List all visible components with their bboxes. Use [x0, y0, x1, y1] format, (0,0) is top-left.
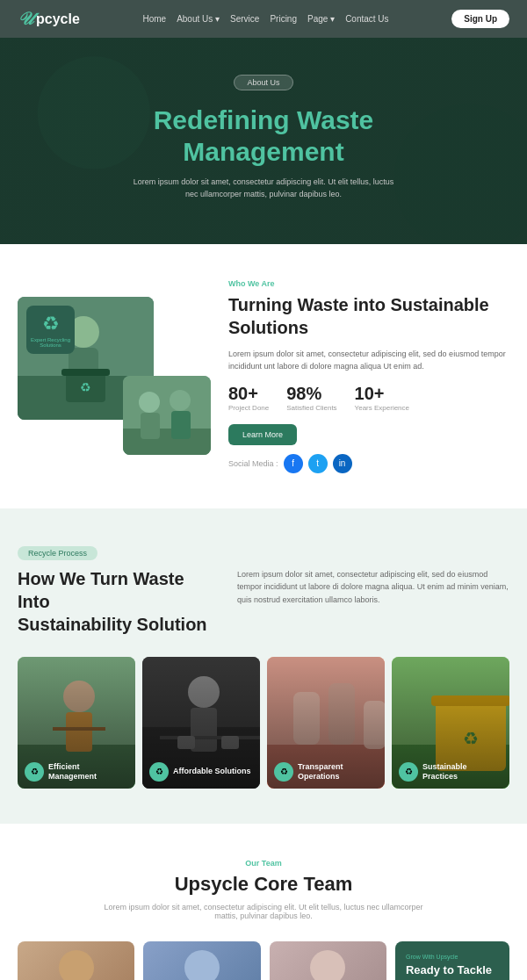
- svg-rect-5: [61, 369, 110, 376]
- team-cta-badge: Grow With Upsycle: [406, 954, 499, 960]
- team-member-1: John Dae IoT Specialist: [18, 941, 134, 980]
- hero-section: About Us Redefining Waste Management Lor…: [0, 38, 527, 244]
- stat-clients-number: 98%: [286, 384, 336, 404]
- process-header: Recycle Process How We Turn Waste Into S…: [18, 544, 509, 636]
- process-card-3[interactable]: ♻ Transparent Operations: [267, 657, 385, 789]
- svg-point-37: [184, 950, 220, 980]
- card-label-2: Affordable Solutions: [173, 767, 251, 776]
- process-card-2[interactable]: ♻ Affordable Solutions: [142, 657, 260, 789]
- card-icon-2: ♻: [149, 762, 169, 782]
- recycle-icon: ♻: [42, 313, 60, 335]
- svg-rect-8: [123, 429, 211, 455]
- signup-button[interactable]: Sign Up: [451, 10, 509, 28]
- stats-row: 80+ Project Done 98% Satisfied Clients 1…: [228, 384, 509, 412]
- nav-home[interactable]: Home: [142, 14, 166, 24]
- team-member-3-photo: [270, 941, 386, 980]
- process-title-line1: How We Turn Waste Into: [18, 569, 184, 611]
- process-card-4[interactable]: ♻ ♻ Sustainable Practices: [392, 657, 509, 789]
- svg-point-11: [170, 390, 191, 411]
- card-label-1: Efficient Management: [48, 762, 128, 782]
- team-member-2-photo: [143, 941, 260, 980]
- card-icon-1: ♻: [25, 762, 44, 782]
- svg-text:♻: ♻: [80, 380, 91, 394]
- social-row: Social Media : f t in: [228, 454, 509, 473]
- svg-rect-12: [171, 411, 191, 439]
- stat-experience: 10+ Years Experience: [355, 384, 409, 412]
- twitter-icon[interactable]: t: [308, 454, 328, 473]
- about-secondary-image: [123, 376, 211, 455]
- team-member-1-photo: [18, 941, 134, 980]
- card-label-row-2: ♻ Affordable Solutions: [149, 762, 251, 782]
- navbar: 𝒰 pcycle Home About Us ▾ Service Pricing…: [0, 0, 527, 38]
- team-header: Our Team Upsycle Core Team Lorem ipsum d…: [18, 859, 509, 920]
- card-bg-4: ♻ ♻ Sustainable Practices: [392, 657, 509, 789]
- team-member-2: John Dae IoT Specialist: [143, 941, 260, 980]
- about-title: Turning Waste into Sustainable Solutions: [228, 293, 509, 339]
- brand-name: pcycle: [36, 11, 80, 27]
- card-icon-3: ♻: [274, 762, 293, 782]
- stat-experience-number: 10+: [355, 384, 409, 404]
- process-title-line2: Sustainability Solution: [18, 615, 207, 634]
- hero-badge: About Us: [234, 75, 292, 90]
- card-label-4: Sustainable Practices: [422, 762, 502, 782]
- team-section: Our Team Upsycle Core Team Lorem ipsum d…: [0, 824, 527, 980]
- card-bg-2: ♻ Affordable Solutions: [142, 657, 260, 789]
- brand-logo[interactable]: 𝒰 pcycle: [18, 9, 80, 29]
- team-title: Upsycle Core Team: [18, 873, 509, 896]
- card-label-row-4: ♻ Sustainable Practices: [399, 762, 502, 782]
- card-icon-4: ♻: [399, 762, 418, 782]
- svg-point-9: [139, 392, 160, 413]
- svg-rect-10: [141, 413, 160, 439]
- process-cards: ♻ Efficient Management: [18, 657, 509, 789]
- process-card-1[interactable]: ♻ Efficient Management: [18, 657, 135, 789]
- nav-service[interactable]: Service: [230, 14, 259, 24]
- stat-projects-number: 80+: [228, 384, 269, 404]
- stat-projects: 80+ Project Done: [228, 384, 269, 412]
- about-content: Who We Are Turning Waste into Sustainabl…: [228, 279, 509, 473]
- stat-clients-label: Satisfied Clients: [286, 404, 336, 412]
- nav-contact[interactable]: Contact Us: [345, 14, 388, 24]
- hero-title-line1: Redefining Waste: [18, 104, 509, 136]
- process-section: Recycle Process How We Turn Waste Into S…: [0, 508, 527, 824]
- about-description: Lorem ipsum dolor sit amet, consectetur …: [228, 348, 509, 373]
- team-cta-title: Ready to Tackle Waste Challenges with Us…: [406, 963, 499, 980]
- process-title-col: Recycle Process How We Turn Waste Into S…: [18, 544, 211, 636]
- about-learn-more-button[interactable]: Learn More: [228, 424, 297, 445]
- social-label: Social Media :: [228, 459, 278, 468]
- card-bg-3: ♻ Transparent Operations: [267, 657, 385, 789]
- nav-links: Home About Us ▾ Service Pricing Page ▾ C…: [142, 14, 388, 24]
- hero-description: Lorem ipsum dolor sit amet, consectetur …: [132, 177, 395, 200]
- stat-projects-label: Project Done: [228, 404, 269, 412]
- team-cards: John Dae IoT Specialist John Dae IoT Spe…: [18, 941, 509, 980]
- stat-experience-label: Years Experience: [355, 404, 409, 412]
- nav-pricing[interactable]: Pricing: [270, 14, 297, 24]
- nav-about[interactable]: About Us ▾: [177, 14, 220, 24]
- process-title: How We Turn Waste Into Sustainability So…: [18, 567, 211, 636]
- team-member-3: John Dae IoT Specialist: [270, 941, 386, 980]
- nav-page[interactable]: Page ▾: [307, 14, 335, 24]
- hero-title: Redefining Waste Management: [18, 104, 509, 168]
- about-section: ♻ ♻ Expert RecyclingSolutions Who We Are…: [0, 244, 527, 508]
- card-label-row-3: ♻ Transparent Operations: [274, 762, 378, 782]
- facebook-icon[interactable]: f: [284, 454, 303, 473]
- card-label-3: Transparent Operations: [298, 762, 378, 782]
- team-badge: Our Team: [18, 859, 509, 868]
- hero-title-line2: Management: [18, 136, 509, 168]
- card-bg-1: ♻ Efficient Management: [18, 657, 135, 789]
- stat-clients: 98% Satisfied Clients: [286, 384, 336, 412]
- card-label-row-1: ♻ Efficient Management: [25, 762, 128, 782]
- linkedin-icon[interactable]: in: [333, 454, 352, 473]
- svg-point-35: [59, 950, 94, 980]
- team-description: Lorem ipsum dolor sit amet, consectetur …: [97, 903, 430, 920]
- process-description: Lorem ipsum dolor sit amet, consectetur …: [237, 544, 509, 606]
- badge-label: Expert RecyclingSolutions: [31, 337, 70, 348]
- about-badge: ♻ Expert RecyclingSolutions: [26, 306, 75, 354]
- svg-point-39: [310, 950, 345, 980]
- about-label: Who We Are: [228, 279, 509, 288]
- about-images: ♻ ♻ Expert RecyclingSolutions: [18, 297, 211, 455]
- process-badge: Recycle Process: [18, 546, 97, 560]
- team-cta-card: Grow With Upsycle Ready to Tackle Waste …: [395, 941, 509, 980]
- logo-icon: 𝒰: [18, 9, 32, 29]
